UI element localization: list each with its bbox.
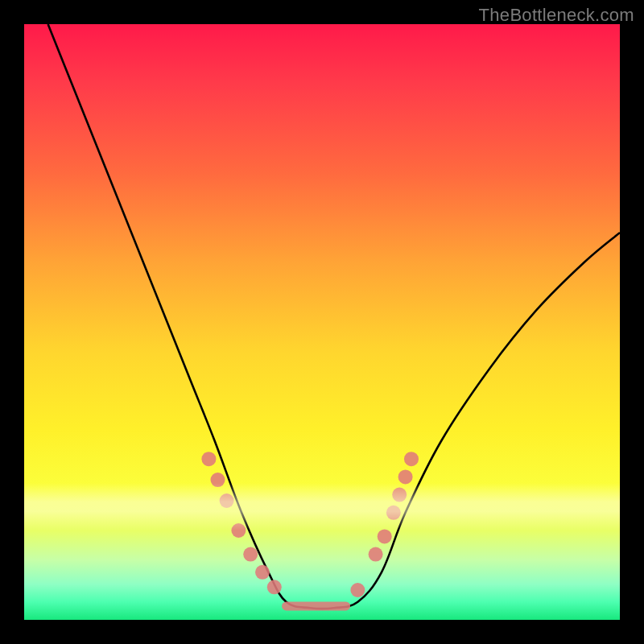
chart-frame: TheBottleneck.com: [0, 0, 644, 644]
chart-svg: [24, 24, 620, 620]
marker-dot: [398, 469, 413, 484]
marker-dot: [243, 547, 258, 562]
marker-dot: [392, 488, 407, 502]
marker-dot: [220, 493, 234, 508]
marker-dot: [350, 583, 365, 597]
marker-dot: [386, 506, 401, 520]
marker-dot: [404, 452, 419, 466]
marker-dot: [211, 473, 225, 487]
bottleneck-curve: [48, 24, 620, 609]
plot-area: [24, 24, 620, 620]
marker-dot: [255, 565, 270, 580]
watermark-text: TheBottleneck.com: [479, 5, 634, 26]
marker-dot: [267, 580, 282, 594]
marker-dot: [369, 547, 383, 562]
marker-dot: [378, 529, 392, 543]
marker-dot: [231, 523, 246, 538]
marker-dot: [201, 452, 216, 466]
